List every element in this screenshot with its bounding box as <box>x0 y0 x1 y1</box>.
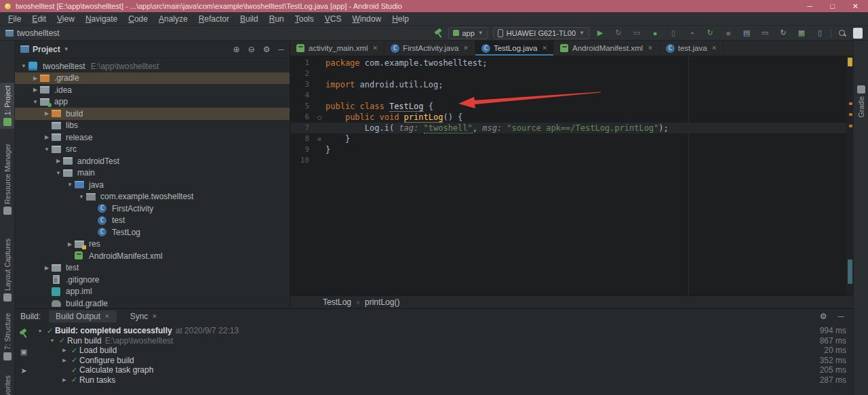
build-row-load-build[interactable]: ▶✓Load build20 ms <box>33 346 853 356</box>
tree-item-build[interactable]: ▶build <box>15 108 290 120</box>
menu-refactor[interactable]: Refactor <box>193 13 235 25</box>
build-tab-sync[interactable]: Sync✕ <box>123 310 164 323</box>
tab-close-icon[interactable]: ✕ <box>463 45 469 51</box>
breadcrumb-module[interactable]: twoshelltest <box>5 28 60 38</box>
menu-tools[interactable]: Tools <box>290 13 319 25</box>
breadcrumb-printlog-[interactable]: printLog() <box>365 297 399 307</box>
tab-close-icon[interactable]: ✕ <box>712 45 717 51</box>
expand-arrow-icon[interactable]: ▶ <box>31 87 40 93</box>
editor-tab-testlog-java[interactable]: CTestLog.java✕ <box>475 41 554 56</box>
search-everywhere-icon[interactable] <box>836 28 848 39</box>
collapse-arrow-icon[interactable]: ▼ <box>19 63 28 69</box>
debug-icon[interactable]: ● <box>649 28 661 39</box>
tree-item-res[interactable]: ▶res <box>15 238 290 251</box>
collapse-arrow-icon[interactable]: ▼ <box>77 194 86 200</box>
editor-tab-test-java[interactable]: Ctest.java✕ <box>660 41 724 56</box>
attach-debugger-icon[interactable]: ▯ <box>667 28 679 39</box>
tree-item-test[interactable]: ▶test <box>15 262 290 274</box>
settings-gear-icon[interactable]: ⚙ <box>820 312 827 321</box>
breadcrumb-testlog[interactable]: TestLog <box>323 297 351 307</box>
tree-item-androidtest[interactable]: ▶androidTest <box>15 155 290 167</box>
tool-tab-7-structure[interactable]: 7: Structure <box>0 310 15 367</box>
menu-navigate[interactable]: Navigate <box>80 13 123 25</box>
tree-item--gitignore[interactable]: .gitignore <box>15 274 290 286</box>
collapse-arrow-icon[interactable]: ▼ <box>31 99 40 105</box>
sdk-manager-icon[interactable]: ▦ <box>795 28 808 39</box>
menu-vcs[interactable]: VCS <box>319 13 347 25</box>
build-row-run-tasks[interactable]: ▶✓Run tasks287 ms <box>33 375 853 386</box>
project-view-select[interactable]: Project ▼ <box>20 45 69 54</box>
device-select[interactable]: HUAWEI G621-TL00 ▼ <box>493 27 589 39</box>
expand-arrow-icon[interactable]: ▶ <box>60 377 69 383</box>
expand-arrow-icon[interactable]: ▶ <box>42 134 52 140</box>
editor-tab-firstactivity-java[interactable]: CFirstActivity.java✕ <box>384 41 475 56</box>
run-config-select[interactable]: app ▼ <box>448 27 488 39</box>
apply-code-changes-icon[interactable]: ▭ <box>631 28 643 39</box>
collapse-arrow-icon[interactable]: ▼ <box>65 182 75 188</box>
menu-view[interactable]: View <box>52 13 80 25</box>
menu-file[interactable]: File <box>3 13 26 25</box>
menu-build[interactable]: Build <box>235 13 264 25</box>
emulator-icon[interactable]: ▯ <box>814 28 826 39</box>
tree-item-app[interactable]: ▼app <box>15 96 290 108</box>
tree-item-test[interactable]: Ctest <box>15 215 290 227</box>
profiler-icon[interactable]: ◔ <box>686 28 698 39</box>
tree-item--gradle[interactable]: ▶.gradle <box>15 72 290 85</box>
tab-close-icon[interactable]: ✕ <box>152 313 157 320</box>
expand-arrow-icon[interactable]: ▶ <box>42 110 52 117</box>
maximize-button[interactable]: □ <box>830 2 835 11</box>
collapse-arrow-icon[interactable]: ▼ <box>47 338 57 343</box>
tree-item-libs[interactable]: libs <box>15 120 290 132</box>
expand-arrow-icon[interactable]: ▶ <box>54 158 63 164</box>
tree-item-testlog[interactable]: CTestLog <box>15 226 290 238</box>
tree-item-com-example-twoshelltest[interactable]: ▼com.example.twoshelltest <box>15 191 290 203</box>
menu-run[interactable]: Run <box>264 13 290 25</box>
tree-item-main[interactable]: ▼main <box>15 167 290 180</box>
profile-restart-icon[interactable]: ↻ <box>704 28 716 39</box>
menu-edit[interactable]: Edit <box>26 13 52 25</box>
tree-item-firstactivity[interactable]: CFirstActivity <box>15 203 290 215</box>
build-row-calculate-task-graph[interactable]: ✓Calculate task graph205 ms <box>33 365 853 375</box>
restart-build-icon[interactable] <box>19 328 29 338</box>
build-row-configure-build[interactable]: ▶✓Configure build352 ms <box>33 356 853 366</box>
close-button[interactable]: ✕ <box>852 2 859 11</box>
hide-panel-icon[interactable]: ─ <box>837 312 844 321</box>
expand-arrow-icon[interactable]: ▶ <box>60 358 69 363</box>
tree-item-src[interactable]: ▼src <box>15 144 290 156</box>
tree-item-build-gradle[interactable]: build.gradle <box>15 297 290 308</box>
build-row-run-build[interactable]: ▼✓Run buildE:\app\twoshelltest867 ms <box>33 336 853 346</box>
pin-icon[interactable]: ➤ <box>19 366 29 376</box>
collapse-arrow-icon[interactable]: ▼ <box>35 329 45 333</box>
editor-tab-androidmanifest-xml[interactable]: AndroidManifest.xml✕ <box>554 41 660 56</box>
menu-code[interactable]: Code <box>123 13 153 25</box>
tool-tab-gradle[interactable]: Gradle <box>854 83 868 131</box>
logcat-icon[interactable]: ▭ <box>759 28 771 39</box>
hide-panel-icon[interactable]: ─ <box>278 45 284 54</box>
code-editor[interactable]: 1package com.example.twoshelltest;23impo… <box>290 56 853 295</box>
minimize-button[interactable]: ─ <box>807 2 812 11</box>
tab-close-icon[interactable]: ✕ <box>542 45 547 51</box>
locate-file-icon[interactable]: ⊕ <box>233 45 240 54</box>
collapse-all-icon[interactable]: ⊖ <box>248 45 255 54</box>
collapse-arrow-icon[interactable]: ▼ <box>42 146 52 152</box>
tool-tab-2-favorites[interactable]: 2: Favorites <box>0 373 15 395</box>
build-hammer-icon[interactable] <box>434 28 443 38</box>
expand-arrow-icon[interactable]: ▶ <box>65 241 75 247</box>
tab-close-icon[interactable]: ✕ <box>104 313 110 320</box>
tool-tab-resource-manager[interactable]: Resource Manager <box>0 141 15 217</box>
tree-item--idea[interactable]: ▶.idea <box>15 84 290 96</box>
tab-close-icon[interactable]: ✕ <box>373 45 378 51</box>
error-stripe-scrollbar[interactable] <box>846 56 853 295</box>
expand-arrow-icon[interactable]: ▶ <box>42 265 52 271</box>
notifications-icon[interactable] <box>853 28 863 39</box>
device-manager-icon[interactable]: ▤ <box>741 28 753 39</box>
export-icon[interactable]: ▣ <box>19 347 29 357</box>
menu-window[interactable]: Window <box>347 13 387 25</box>
expand-arrow-icon[interactable]: ▶ <box>31 75 40 81</box>
tree-item-androidmanifest-xml[interactable]: AndroidManifest.xml <box>15 250 290 262</box>
tree-item-app-iml[interactable]: app.iml <box>15 286 290 298</box>
collapse-arrow-icon[interactable]: ▼ <box>54 170 63 176</box>
tree-item-release[interactable]: ▶release <box>15 131 290 144</box>
tool-tab-layout-captures[interactable]: Layout Captures <box>0 236 15 306</box>
expand-arrow-icon[interactable]: ▶ <box>60 348 69 353</box>
